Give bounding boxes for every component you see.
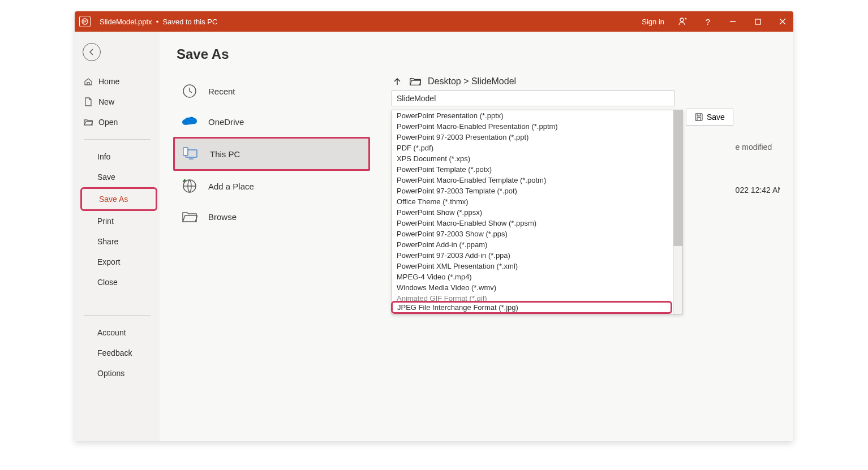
filetype-option[interactable]: PowerPoint 97-2003 Show (*.pps) <box>392 228 682 239</box>
sidebar-home[interactable]: Home <box>75 71 160 92</box>
sidebar-options[interactable]: Options <box>75 363 160 383</box>
help-icon[interactable]: ? <box>702 15 714 28</box>
sidebar-info[interactable]: Info <box>75 146 160 167</box>
sidebar-save[interactable]: Save <box>75 167 160 187</box>
file-type-dropdown-list: PowerPoint Presentation (*.pptx) PowerPo… <box>392 110 683 314</box>
date-modified-value: 022 12:42 AM <box>736 186 780 195</box>
sidebar-feedback[interactable]: Feedback <box>75 343 160 363</box>
new-icon <box>84 97 93 106</box>
sign-in-link[interactable]: Sign in <box>642 18 664 26</box>
window-controls: Sign in ? <box>642 15 789 28</box>
filetype-option[interactable]: PowerPoint XML Presentation (*.xml) <box>392 261 682 271</box>
file-title: SlideModel.pptx • Saved to this PC <box>100 18 217 26</box>
location-onedrive[interactable]: OneDrive <box>173 106 371 137</box>
breadcrumb-text[interactable]: Desktop > SlideModel <box>428 76 516 87</box>
sidebar-close[interactable]: Close <box>75 272 160 292</box>
location-add-place[interactable]: Add a Place <box>173 171 371 201</box>
filetype-option[interactable]: PowerPoint Show (*.ppsx) <box>392 207 682 218</box>
titlebar: SlideModel.pptx • Saved to this PC Sign … <box>75 11 793 32</box>
save-locations: Recent OneDrive This PC Add a Place <box>173 76 371 441</box>
filetype-option[interactable]: Animated GIF Format (*.gif) <box>392 293 682 301</box>
filetype-option[interactable]: PowerPoint Presentation (*.pptx) <box>392 110 682 121</box>
save-details: Desktop > SlideModel PowerPoint Presenta… <box>392 76 780 441</box>
minimize-icon[interactable] <box>727 15 739 28</box>
sidebar-save-as[interactable]: Save As <box>80 187 157 211</box>
powerpoint-icon <box>79 16 91 27</box>
filetype-option[interactable]: PowerPoint Template (*.potx) <box>392 164 682 175</box>
filetype-option[interactable]: PowerPoint 97-2003 Add-in (*.ppa) <box>392 250 682 261</box>
folder-open-icon[interactable] <box>410 76 421 87</box>
filetype-option[interactable]: PowerPoint 97-2003 Template (*.pot) <box>392 186 682 196</box>
sidebar-new[interactable]: New <box>75 92 160 112</box>
svg-point-1 <box>680 18 684 21</box>
location-recent[interactable]: Recent <box>173 76 371 106</box>
pc-icon <box>183 145 200 162</box>
filetype-option[interactable]: PowerPoint 97-2003 Presentation (*.ppt) <box>392 132 682 143</box>
back-button[interactable] <box>83 43 101 61</box>
save-button[interactable]: Save <box>686 109 733 126</box>
onedrive-icon <box>181 113 198 130</box>
app-window: SlideModel.pptx • Saved to this PC Sign … <box>75 11 793 441</box>
save-icon <box>694 113 703 122</box>
location-browse[interactable]: Browse <box>173 201 371 232</box>
svg-point-0 <box>82 19 88 24</box>
backstage-sidebar: Home New Open Info Save Save As Print Sh… <box>75 32 160 441</box>
location-this-pc[interactable]: This PC <box>173 137 370 171</box>
sidebar-open[interactable]: Open <box>75 112 160 132</box>
filetype-option[interactable]: PowerPoint Macro-Enabled Show (*.ppsm) <box>392 218 682 228</box>
filetype-option[interactable]: MPEG-4 Video (*.mp4) <box>392 271 682 282</box>
filetype-option[interactable]: PowerPoint Macro-Enabled Template (*.pot… <box>392 175 682 186</box>
sidebar-print[interactable]: Print <box>75 211 160 231</box>
date-modified-header: e modified <box>736 143 780 152</box>
svg-rect-3 <box>755 19 760 24</box>
svg-rect-8 <box>183 148 188 156</box>
home-icon <box>84 77 93 86</box>
main-panel: Save As Recent OneDrive This PC <box>160 32 793 441</box>
add-place-icon <box>181 178 198 195</box>
breadcrumb: Desktop > SlideModel <box>392 76 780 87</box>
open-icon <box>84 118 93 127</box>
filename-input[interactable] <box>392 90 674 106</box>
up-arrow-icon[interactable] <box>392 76 403 87</box>
filetype-option[interactable]: XPS Document (*.xps) <box>392 153 682 164</box>
filetype-option[interactable]: PowerPoint Add-in (*.ppam) <box>392 239 682 250</box>
dropdown-scrollbar[interactable] <box>673 110 682 314</box>
filetype-option[interactable]: PDF (*.pdf) <box>392 143 682 153</box>
clock-icon <box>181 83 198 100</box>
sidebar-account[interactable]: Account <box>75 322 160 343</box>
sidebar-export[interactable]: Export <box>75 252 160 272</box>
close-icon[interactable] <box>776 15 789 28</box>
account-manager-icon[interactable] <box>677 15 689 28</box>
sidebar-share[interactable]: Share <box>75 231 160 252</box>
svg-rect-10 <box>695 114 702 120</box>
filetype-option[interactable]: PowerPoint Macro-Enabled Presentation (*… <box>392 121 682 132</box>
filetype-option[interactable]: Windows Media Video (*.wmv) <box>392 282 682 293</box>
filetype-option-jpeg[interactable]: JPEG File Interchange Format (*.jpg) <box>391 301 672 314</box>
date-modified-column: e modified 022 12:42 AM <box>736 143 780 195</box>
page-title: Save As <box>177 46 780 62</box>
maximize-icon[interactable] <box>751 15 764 28</box>
folder-icon <box>181 208 198 225</box>
filetype-option[interactable]: Office Theme (*.thmx) <box>392 196 682 207</box>
